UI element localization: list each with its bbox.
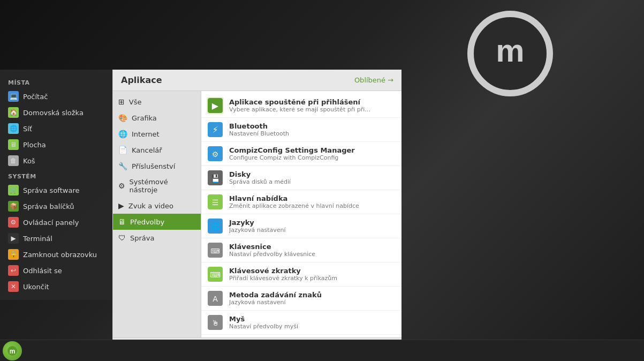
app-item-input-method[interactable]: A Metoda zadávání znaků Jazyková nastave… <box>201 287 401 311</box>
computer-icon: 💻 <box>8 91 19 102</box>
app-item-bluetooth[interactable]: ⚡ Bluetooth Nastavení Bluetooth <box>201 118 401 142</box>
input-method-app-icon: A <box>207 290 224 307</box>
sidebar-item-software[interactable]: 🛒 Správa software <box>0 182 112 198</box>
mint-logo-circle: m <box>467 11 553 96</box>
app-menu-title: Aplikace <box>121 75 162 85</box>
app-name-startup: Aplikace spouštěné při přihlášení <box>229 98 396 106</box>
lock-icon: 🔒 <box>8 249 19 260</box>
logout-icon: ↩ <box>8 265 19 276</box>
app-desc-input-method: Jazyková nastavení <box>229 299 374 306</box>
app-name-menu-editor: Hlavní nabídka <box>229 194 396 202</box>
app-desc-compiz: Configure Compiz with CompizConfig <box>229 154 374 161</box>
svg-text:☰: ☰ <box>212 198 219 207</box>
app-name-language: Jazyky <box>229 219 396 227</box>
sysconfig-icon: ⚙ <box>118 182 125 190</box>
office-icon: 📄 <box>118 146 127 154</box>
app-desc-startup: Vybere aplikace, které se mají spouštět … <box>229 106 374 113</box>
favorites-link[interactable]: Oblíbené → <box>354 76 393 84</box>
app-item-compiz[interactable]: ⚙ CompizConfig Settings Manager Configur… <box>201 142 401 166</box>
svg-text:💾: 💾 <box>211 174 221 183</box>
sidebar-item-control-panel[interactable]: ⚙ Ovládací panely <box>0 214 112 230</box>
svg-text:⚡: ⚡ <box>212 125 218 135</box>
app-item-menu-editor[interactable]: ☰ Hlavní nabídka Změnit aplikace zobraze… <box>201 190 401 214</box>
app-desc-mouse: Nastaví předvolby myši <box>229 323 374 330</box>
accessories-icon: 🔧 <box>118 162 127 170</box>
sidebar-item-home[interactable]: 🏠 Domovská složka <box>0 104 112 121</box>
svg-text:m: m <box>496 33 524 69</box>
admin-icon: 🛡 <box>118 234 126 242</box>
sidebar-item-trash[interactable]: 🗑 Koš <box>0 153 112 169</box>
shortcuts-app-icon: ⌨ <box>207 266 224 283</box>
disks-app-icon: 💾 <box>207 169 224 186</box>
left-panel: Místa 💻 Počítač 🏠 Domovská složka 🌐 Síť … <box>0 70 112 300</box>
app-list[interactable]: ▶ Aplikace spouštěné při přihlášení Vybe… <box>201 91 401 337</box>
mouse-app-icon: 🖱 <box>207 314 224 331</box>
app-item-disks[interactable]: 💾 Disky Správa disků a médií <box>201 166 401 190</box>
app-item-mouse[interactable]: 🖱 Myš Nastaví předvolby myši <box>201 311 401 335</box>
sidebar-item-lock[interactable]: 🔒 Zamknout obrazovku <box>0 246 112 262</box>
category-admin[interactable]: 🛡 Správa <box>113 230 201 246</box>
control-icon: ⚙ <box>8 217 19 228</box>
app-item-startup[interactable]: ▶ Aplikace spouštěné při přihlášení Vybe… <box>201 94 401 118</box>
startup-app-icon: ▶ <box>207 97 224 114</box>
app-desc-menu-editor: Změnit aplikace zobrazené v hlavní nabíd… <box>229 202 374 209</box>
category-sysconfig[interactable]: ⚙ Systémové nástroje <box>113 174 201 198</box>
desktop-icon: 🖥 <box>8 139 19 150</box>
category-sound[interactable]: ▶ Zvuk a video <box>113 198 201 214</box>
app-menu-body: ⊞ Vše 🎨 Grafika 🌐 Internet 📄 Kancelář 🔧 … <box>113 91 401 337</box>
sidebar-item-logout[interactable]: ↩ Odhlásit se <box>0 262 112 279</box>
home-icon: 🏠 <box>8 107 19 118</box>
category-office[interactable]: 📄 Kancelář <box>113 142 201 158</box>
language-app-icon: 🌐 <box>207 217 224 235</box>
sidebar-item-packages[interactable]: 📦 Správa balíčků <box>0 198 112 214</box>
terminal-icon: ▶ <box>8 233 19 244</box>
quit-icon: ✕ <box>8 281 19 292</box>
app-menu: Aplikace Oblíbené → ⊞ Vše 🎨 Grafika 🌐 In… <box>112 70 401 361</box>
app-item-language[interactable]: 🌐 Jazyky Jazyková nastavení <box>201 214 401 238</box>
mint-logo-area: m <box>376 0 644 107</box>
keyboard-app-icon: ⌨ <box>207 242 224 259</box>
category-accessories[interactable]: 🔧 Příslušenství <box>113 158 201 174</box>
category-all[interactable]: ⊞ Vše <box>113 94 201 110</box>
category-internet[interactable]: 🌐 Internet <box>113 126 201 142</box>
app-item-keyboard[interactable]: ⌨ Klávesnice Nastaví předvolby klávesnic… <box>201 238 401 262</box>
app-desc-language: Jazyková nastavení <box>229 227 374 234</box>
bluetooth-app-icon: ⚡ <box>207 121 224 138</box>
app-menu-header: Aplikace Oblíbené → <box>113 70 401 91</box>
trash-icon: 🗑 <box>8 155 19 166</box>
all-icon: ⊞ <box>118 97 125 106</box>
menu-editor-app-icon: ☰ <box>207 193 224 210</box>
sidebar-item-network[interactable]: 🌐 Síť <box>0 121 112 137</box>
graphics-icon: 🎨 <box>118 114 127 122</box>
taskbar: m <box>0 340 644 361</box>
app-desc-bluetooth: Nastavení Bluetooth <box>229 130 374 137</box>
svg-text:m: m <box>10 348 16 355</box>
category-prefs[interactable]: 🖥 Předvolby <box>113 214 201 230</box>
sidebar-item-terminal[interactable]: ▶ Terminál <box>0 230 112 246</box>
packages-icon: 📦 <box>8 201 19 212</box>
sidebar-item-quit[interactable]: ✕ Ukončit <box>0 279 112 295</box>
svg-text:▶: ▶ <box>212 101 219 111</box>
app-name-shortcuts: Klávesové zkratky <box>229 267 396 275</box>
sidebar-item-desktop[interactable]: 🖥 Plocha <box>0 137 112 153</box>
places-header: Místa <box>0 75 112 88</box>
app-item-shortcuts[interactable]: ⌨ Klávesové zkratky Přiřadí klávesové zk… <box>201 262 401 287</box>
svg-text:A: A <box>213 295 218 303</box>
taskbar-mint-icon: m <box>7 345 18 356</box>
mint-logo-svg: m <box>483 27 537 80</box>
app-name-compiz: CompizConfig Settings Manager <box>229 146 396 154</box>
app-name-disks: Disky <box>229 170 396 178</box>
taskbar-mint-button[interactable]: m <box>3 341 22 360</box>
categories-panel: ⊞ Vše 🎨 Grafika 🌐 Internet 📄 Kancelář 🔧 … <box>113 91 201 337</box>
svg-text:⌨: ⌨ <box>210 270 221 279</box>
software-icon: 🛒 <box>8 185 19 195</box>
app-desc-keyboard: Nastaví předvolby klávesnice <box>229 251 374 258</box>
app-desc-shortcuts: Přiřadí klávesové zkratky k příkazům <box>229 275 374 282</box>
app-name-bluetooth: Bluetooth <box>229 122 396 130</box>
sound-icon: ▶ <box>118 201 124 210</box>
svg-text:🖱: 🖱 <box>211 319 219 327</box>
internet-icon: 🌐 <box>118 130 127 138</box>
category-graphics[interactable]: 🎨 Grafika <box>113 110 201 126</box>
svg-text:⌨: ⌨ <box>210 247 219 255</box>
sidebar-item-computer[interactable]: 💻 Počítač <box>0 88 112 104</box>
